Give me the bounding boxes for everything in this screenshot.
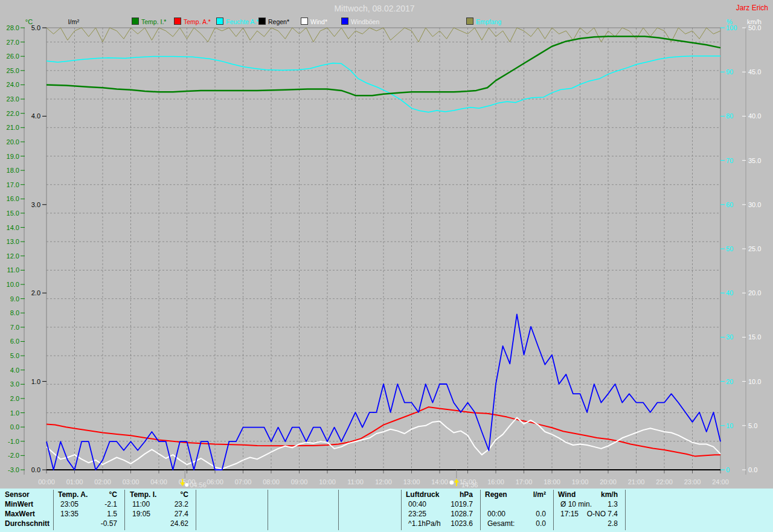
table-row-label: Sensor (5, 491, 30, 499)
axis-tick-label: 24.0 (7, 81, 19, 88)
moon-icon (185, 483, 188, 487)
table-value-cell: 1019.7 (401, 501, 473, 508)
axis-tick-label: 80 (726, 112, 733, 120)
table-value-cell: 0.0 (480, 510, 546, 518)
axis-tick-label: 8.0 (10, 309, 19, 316)
axis-tick-label: 01:00 (66, 478, 83, 486)
axis-tick-label: 20.0 (748, 289, 761, 296)
table-value-cell: 1023.6 (401, 520, 473, 528)
axis-tick-label: 1.0 (10, 409, 19, 417)
axis-tick-label: 23:00 (684, 478, 701, 486)
axis-tick-label: 10.0 (748, 378, 761, 385)
axis-tick-label: 14:36 (461, 481, 478, 489)
table-value-cell: -2.1 (53, 501, 117, 508)
axis-tick-label: 0.0 (10, 423, 19, 431)
axis-tick-label: 25.0 (7, 67, 19, 74)
axis-tick-label: 10 (726, 422, 733, 429)
axis-tick-label: 30 (726, 333, 733, 341)
axis-tick-label: 14.0 (7, 224, 19, 231)
table-row-label: MaxWert (5, 510, 35, 518)
axis-tick-label: 03:00 (123, 478, 140, 486)
weather-app-window: { "header": { "title": "Mittwoch, 08.02.… (0, 0, 773, 532)
table-row-label: MinWert (5, 501, 33, 508)
axis-tick-label: 35.0 (748, 157, 761, 164)
table-group-unit: km/h (553, 491, 618, 499)
axis-tick-label: 19:00 (572, 478, 589, 486)
axis-tick-label: 13:00 (403, 478, 420, 486)
axis-tick-label: 04:56 (190, 481, 207, 489)
stats-table: SensorMinWertMaxWertDurchschnittTemp. A.… (0, 489, 773, 532)
axis-tick-label: 08:00 (263, 478, 280, 486)
axis-tick-label: 16.0 (7, 195, 19, 202)
axis-tick-label: 18.0 (7, 167, 19, 174)
axis-tick-label: 14:00 (431, 478, 448, 486)
axis-tick-label: -1.0 (8, 438, 19, 445)
axis-tick-label: 16:00 (487, 478, 504, 486)
axis-tick-label: 3.0 (31, 201, 40, 208)
table-value-cell: 23.2 (125, 501, 188, 508)
axis-tick-label: 0.0 (748, 466, 757, 473)
axis-tick-label: 2.0 (31, 289, 40, 296)
table-value-cell: O-NO 7.4 (553, 510, 618, 518)
axis-tick-label: 15.0 (748, 333, 761, 341)
axis-tick-label: 17:00 (516, 478, 533, 486)
chart-canvas: -3.0-2.0-1.00.01.02.03.04.05.06.07.08.09… (0, 0, 773, 489)
table-value-cell: 1028.7 (401, 510, 473, 518)
axis-tick-label: 12:00 (375, 478, 392, 486)
table-value-cell: 27.4 (125, 510, 188, 518)
moonrise-arrow-icon (454, 479, 459, 482)
axis-tick-label: 21:00 (628, 478, 645, 486)
axis-tick-label: 06:00 (207, 478, 223, 486)
table-separator (625, 490, 626, 530)
axis-tick-label: 90 (726, 68, 733, 75)
axis-tick-label: 4.0 (31, 112, 40, 120)
axis-tick-label: 23.0 (7, 95, 19, 103)
axis-tick-label: 4.0 (10, 367, 19, 374)
axis-tick-label: 5.0 (31, 24, 40, 31)
table-separator (338, 490, 339, 530)
axis-tick-label: 22:00 (656, 478, 673, 486)
axis-tick-label: 40.0 (748, 112, 761, 120)
axis-tick-label: 12.0 (7, 252, 19, 260)
axis-tick-label: 100 (726, 24, 737, 31)
axis-tick-label: 18:00 (544, 478, 560, 486)
table-value-cell: 1.5 (53, 510, 117, 518)
table-group-unit: °C (125, 491, 188, 499)
axis-tick-label: 13.0 (7, 238, 19, 245)
table-value-cell: 2.8 (553, 520, 618, 528)
axis-tick-label: 28.0 (7, 24, 19, 31)
table-value-cell: 1.3 (553, 501, 618, 508)
axis-tick-label: 07:00 (235, 478, 252, 486)
table-value-cell: 0.0 (480, 520, 546, 528)
axis-tick-label: 22.0 (7, 110, 19, 117)
axis-tick-label: 25.0 (748, 245, 761, 252)
axis-tick-label: 20.0 (7, 138, 19, 146)
axis-tick-label: 00:00 (38, 478, 55, 486)
table-group-unit: hPa (401, 491, 473, 499)
axis-tick-label: 40 (726, 289, 733, 296)
axis-tick-label: 2.0 (10, 395, 19, 402)
axis-tick-label: 70 (726, 157, 733, 164)
axis-tick-label: 04:00 (150, 478, 167, 486)
axis-tick-label: 60 (726, 201, 733, 208)
table-separator (268, 490, 268, 530)
axis-tick-label: 20 (726, 378, 733, 385)
axis-tick-label: 11:00 (347, 478, 364, 486)
axis-tick-label: 1.0 (31, 378, 40, 385)
axis-tick-label: 21.0 (7, 124, 19, 131)
axis-tick-label: 50.0 (748, 24, 761, 31)
axis-tick-label: 20:00 (600, 478, 617, 486)
axis-tick-label: -3.0 (8, 466, 19, 473)
axis-tick-label: 10:00 (319, 478, 336, 486)
table-group-unit: l/m² (480, 491, 546, 499)
axis-tick-label: 3.0 (10, 380, 19, 388)
axis-tick-label: 26.0 (7, 53, 19, 60)
axis-tick-label: 19.0 (7, 153, 19, 160)
moon-icon (449, 481, 454, 485)
axis-tick-label: 02:00 (94, 478, 111, 486)
axis-tick-label: 5.0 (10, 352, 19, 359)
table-group-unit: °C (53, 491, 117, 499)
axis-tick-label: 6.0 (10, 338, 19, 345)
table-row-label: Durchschnitt (5, 520, 50, 528)
axis-tick-label: 9.0 (10, 295, 19, 303)
